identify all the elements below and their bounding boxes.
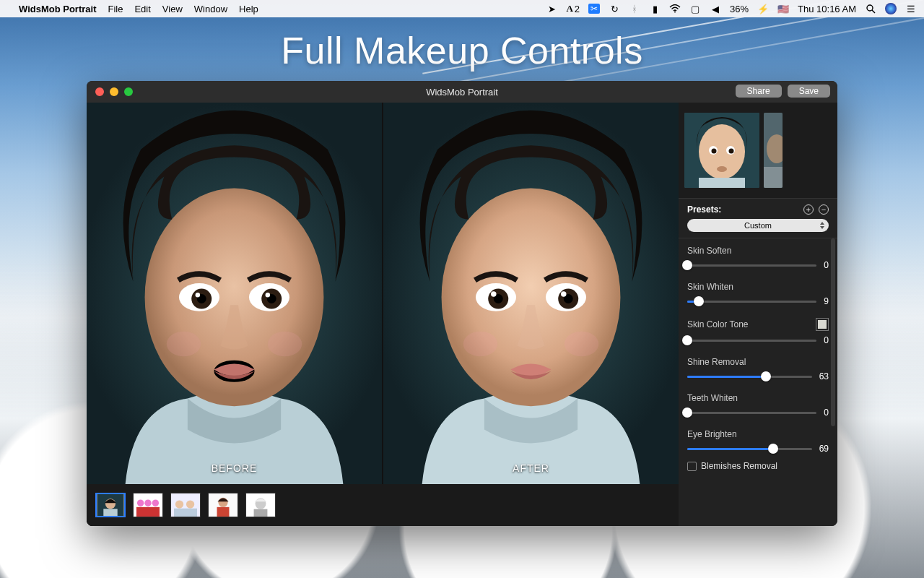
controls-panel: Presets: + − Custom Skin Soften 0 [679,103,837,526]
thumbnail-1[interactable] [95,493,126,517]
app-window: WidsMob Portrait Share Save [87,81,837,526]
window-titlebar[interactable]: WidsMob Portrait Share Save [87,81,837,103]
svg-rect-30 [103,509,117,516]
wifi-icon[interactable] [669,3,681,14]
svg-point-32 [137,499,144,506]
blemishes-removal-label: Blemishes Removal [701,461,777,471]
shine-removal-value: 63 [819,371,829,381]
adobe-status[interactable]: A2 [566,3,580,14]
menubar-app-name[interactable]: WidsMob Portrait [19,4,97,14]
flag-icon[interactable]: 🇺🇸 [777,3,789,14]
svg-point-37 [175,500,183,508]
shine-removal-slider[interactable] [687,376,812,378]
menubar-item-window[interactable]: Window [194,4,227,14]
presets-label: Presets: [687,204,721,215]
presets-section: Presets: + − Custom [679,198,837,238]
face-thumbnail-main[interactable] [684,113,759,188]
svg-point-15 [268,332,302,356]
checkbox-icon [687,462,697,471]
preset-select[interactable]: Custom [687,219,829,232]
menubar-item-help[interactable]: Help [239,4,258,14]
siri-icon[interactable] [885,3,897,14]
macos-menubar: WidsMob Portrait File Edit View Window H… [0,0,924,17]
svg-rect-45 [254,509,268,517]
preset-selected-value: Custom [744,221,772,230]
thumbnail-5[interactable] [245,493,276,517]
svg-point-0 [674,12,676,13]
menubar-item-edit[interactable]: Edit [134,4,150,14]
teeth-whiten-slider[interactable] [687,412,816,414]
location-icon[interactable]: ➤ [546,3,557,14]
svg-point-51 [729,149,734,154]
svg-point-52 [717,166,727,172]
window-title: WidsMob Portrait [426,87,498,98]
snip-tool-icon[interactable]: ✂ [588,4,600,14]
timemachine-icon[interactable]: ↻ [609,3,620,14]
teeth-whiten-label: Teeth Whiten [687,393,738,403]
airplay-icon[interactable]: ▢ [689,3,701,14]
menubar-clock[interactable]: Thu 10:16 AM [798,4,856,14]
svg-point-34 [152,499,159,506]
teeth-whiten-value: 0 [824,407,829,418]
svg-rect-56 [764,167,783,188]
svg-rect-53 [699,178,745,188]
skin-tone-slider[interactable] [687,340,816,342]
skin-soften-value: 0 [824,260,829,270]
window-zoom-icon[interactable] [124,87,133,96]
window-minimize-icon[interactable] [110,87,118,96]
slider-skin-color-tone: Skin Color Tone 0 [687,318,829,345]
skin-tone-label: Skin Color Tone [687,319,749,329]
skin-tone-value: 0 [824,335,829,345]
after-image: AFTER [383,103,679,484]
slider-eye-brighten: Eye Brighten 69 [687,429,829,454]
skin-whiten-value: 9 [824,296,829,306]
svg-point-14 [167,332,201,356]
add-preset-icon[interactable]: + [803,204,814,215]
notification-center-icon[interactable]: ☰ [905,3,917,14]
window-close-icon[interactable] [95,87,104,96]
volume-icon[interactable]: ◀ [710,3,721,14]
svg-point-50 [712,149,717,154]
svg-point-9 [196,293,200,297]
charging-icon: ⚡ [757,3,769,14]
blemishes-removal-checkbox[interactable]: Blemishes Removal [687,461,829,471]
bluetooth-icon[interactable]: ᚼ [629,3,640,14]
menubar-item-view[interactable]: View [162,4,183,14]
svg-point-25 [561,291,567,297]
menubar-item-file[interactable]: File [108,4,123,14]
slider-shine-removal: Shine Removal 63 [687,357,829,381]
spotlight-icon[interactable] [865,3,876,14]
eye-brighten-value: 69 [819,444,829,454]
skin-tone-swatch[interactable] [816,318,829,331]
share-button[interactable]: Share [736,85,782,98]
thumbnail-2[interactable] [133,493,163,517]
thumbnail-strip [87,484,679,526]
thumbnail-4[interactable] [208,493,238,517]
page-title: Full Makeup Controls [0,29,924,72]
svg-point-26 [463,332,497,356]
panel-scrollbar[interactable] [831,238,835,426]
face-selector [679,103,837,198]
svg-rect-39 [174,509,197,517]
svg-point-33 [144,499,151,506]
slider-skin-whiten: Skin Whiten 9 [687,282,829,306]
svg-point-1 [867,5,873,11]
skin-whiten-label: Skin Whiten [687,282,733,292]
svg-point-38 [186,500,194,508]
shine-removal-label: Shine Removal [687,357,746,367]
skin-soften-slider[interactable] [687,264,816,267]
thumbnail-3[interactable] [170,493,201,517]
after-label: AFTER [383,462,679,474]
eye-brighten-slider[interactable] [687,448,812,450]
save-button[interactable]: Save [788,85,830,98]
skin-whiten-slider[interactable] [687,301,816,303]
remove-preset-icon[interactable]: − [819,204,829,215]
battery-percent: 36% [730,4,749,14]
eye-brighten-label: Eye Brighten [687,429,737,439]
svg-point-22 [491,291,497,297]
battery-icon[interactable]: ▮ [649,3,661,14]
before-image: BEFORE [87,103,382,484]
svg-point-12 [266,293,270,297]
before-label: BEFORE [87,462,382,474]
face-thumbnail-next[interactable] [764,113,783,188]
